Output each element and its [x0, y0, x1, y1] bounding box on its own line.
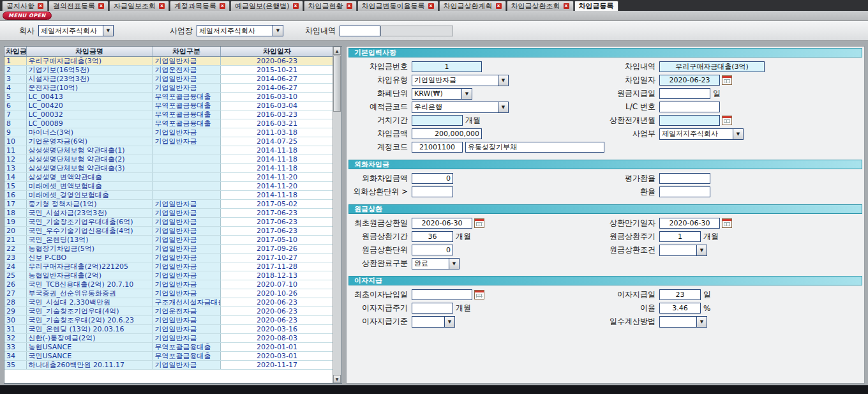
table-row[interactable]: 12 삼성생명단체보험 약관대출(2) 2014-11-18: [4, 155, 333, 164]
table-row[interactable]: 28 국민_시설대 2,330백만원 구조개선시설자금대출 2020-06-23: [4, 298, 333, 307]
table-row[interactable]: 22 농협장기차입금(5억) 기업일반자금 2017-09-26: [4, 245, 333, 254]
tab[interactable]: 결의전표등록 x: [49, 1, 108, 11]
table-row[interactable]: 20 국민_우수기술기업신용대출(4억) 기업일반자금 2017-06-23: [4, 227, 333, 236]
interest-basis-select[interactable]: ▼: [412, 316, 455, 328]
table-row[interactable]: 14 삼성생명_변액약관대출 2014-11-20: [4, 173, 333, 182]
repay-cycle-field[interactable]: [659, 231, 701, 242]
company-select[interactable]: 제일저지주식회사 ▼: [38, 25, 114, 36]
scroll-down-icon[interactable]: ▼: [333, 375, 341, 383]
tab[interactable]: 차입금상환조회 x: [507, 1, 574, 11]
division-select[interactable]: 제일저지주식회사▼: [659, 128, 744, 140]
fx-repay-unit-field[interactable]: [412, 186, 453, 197]
interest-pay-day-field[interactable]: [659, 289, 701, 300]
lc-number-field[interactable]: [659, 102, 720, 112]
interest-rate-field[interactable]: [659, 303, 701, 314]
maturity-date-field[interactable]: [659, 218, 720, 229]
tab[interactable]: 차입금상환계획 x: [439, 1, 506, 11]
calendar-icon[interactable]: [722, 218, 732, 228]
table-row[interactable]: 17 중기청 정책자금(1억) 기업일반자금 2017-05-02: [4, 200, 333, 209]
table-row[interactable]: 15 미래에셋_변액보험대출 2014-11-20: [4, 182, 333, 191]
chevron-down-icon[interactable]: ▼: [696, 245, 707, 255]
exchange-rate-field[interactable]: [659, 186, 710, 197]
table-row[interactable]: 30 국민_기술창조우대(2억) 20.6.23 기업일반자금 2020-06-…: [4, 316, 333, 325]
table-row[interactable]: 26 국민_TCB신용대출(2억) 20.7.10 기업일반자금 2020-07…: [4, 280, 333, 289]
loan-type-select[interactable]: 기업일반자금▼: [412, 75, 509, 86]
table-row[interactable]: 29 국민_기술창조기업우대(4억) 기업운전자금 2020-06-23: [4, 307, 333, 316]
tab-close-icon[interactable]: x: [347, 3, 352, 9]
table-row[interactable]: 32 신한(-)통장예금(2억) 기업일반자금 2020-08-03: [4, 334, 333, 343]
interest-cycle-field[interactable]: [412, 303, 453, 314]
loan-desc-field[interactable]: [659, 61, 765, 72]
repay-complete-select[interactable]: 완료▼: [412, 258, 460, 269]
table-row[interactable]: 3 시설자금(23억3천) 기업일반자금 2014-06-27: [4, 75, 333, 84]
principal-pay-day-field[interactable]: [659, 88, 710, 99]
table-row[interactable]: 13 삼성생명단체보험 약관대출(3) 2014-11-18: [4, 164, 333, 173]
tab-close-icon[interactable]: x: [564, 3, 569, 9]
chevron-down-icon[interactable]: ▼: [449, 259, 459, 269]
calendar-icon[interactable]: [722, 75, 732, 85]
table-row[interactable]: 35 하나대출260백만원 20.11.17 기업일반자금 2020-11-17: [4, 361, 333, 370]
table-row[interactable]: 7 LC_00032 무역포괄금융대출 2016-03-23: [4, 110, 333, 119]
chevron-down-icon[interactable]: ▼: [498, 75, 508, 86]
chevron-down-icon[interactable]: ▼: [498, 102, 508, 112]
table-row[interactable]: 19 국민_기술창조기업우대대출(6억) 기업일반자금 2017-06-23: [4, 218, 333, 227]
table-row[interactable]: 21 국민_온렌딩(13억) 기업일반자금 2017-05-10: [4, 236, 333, 245]
table-scrollbar[interactable]: ▲ ▼: [333, 47, 341, 383]
loan-amount-field[interactable]: [412, 128, 482, 139]
deposit-code-select[interactable]: 우리은행▼: [412, 102, 509, 113]
grace-period-field[interactable]: [412, 115, 463, 126]
table-row[interactable]: 25 농협일반자금대출(2억) 기업일반자금 2018-12-13: [4, 271, 333, 280]
tab[interactable]: 자금일보조회 x: [109, 1, 169, 11]
chevron-down-icon[interactable]: ▼: [696, 317, 707, 327]
table-row[interactable]: 34 국민USANCE 무역포괄금융대출 2020-03-01: [4, 352, 333, 361]
table-row[interactable]: 10 기업운영자금(6억) 기업일반자금 2014-07-25: [4, 137, 333, 146]
calendar-icon[interactable]: [474, 218, 484, 228]
currency-select[interactable]: KRW(₩)▼: [412, 88, 472, 100]
chevron-down-icon[interactable]: ▼: [273, 26, 283, 36]
table-row[interactable]: 2 기업기보(16억5천) 기업운전자금 2015-10-21: [4, 66, 333, 75]
tab-close-icon[interactable]: x: [496, 3, 502, 9]
table-row[interactable]: 18 국민_시설자금(23억3천) 기업일반자금 2017-06-23: [4, 209, 333, 218]
tab[interactable]: 차입금변동이율등록 x: [357, 1, 438, 11]
loan-no-field[interactable]: [412, 61, 482, 72]
table-row[interactable]: 1 우리구매자금대출(3억) 기업일반자금 2020-06-23: [4, 57, 333, 66]
chevron-down-icon[interactable]: ▼: [103, 26, 113, 36]
tab[interactable]: 예금일보(은행별) x: [230, 1, 303, 11]
tab[interactable]: 공지사항 x: [2, 1, 48, 11]
table-row[interactable]: 16 미래에셋_경영인보험대출 2014-11-18: [4, 191, 333, 200]
daycount-method-select[interactable]: ▼: [659, 316, 707, 328]
loan-desc-search-input[interactable]: [340, 26, 380, 36]
tab-close-icon[interactable]: x: [98, 3, 104, 9]
table-row[interactable]: 6 LC_00420 무역포괄금융대출 2016-03-04: [4, 102, 333, 110]
first-repay-date-field[interactable]: [412, 218, 472, 229]
tab[interactable]: 차입금등록: [574, 1, 618, 11]
tab-close-icon[interactable]: x: [220, 3, 225, 9]
repay-unit-field[interactable]: [412, 245, 453, 255]
chevron-down-icon[interactable]: ▼: [733, 129, 743, 139]
table-row[interactable]: 33 농협USANCE 무역포괄금융대출 2020-01-01: [4, 343, 333, 352]
repay-period-field[interactable]: [412, 231, 453, 242]
eval-rate-field[interactable]: [659, 173, 710, 184]
table-row[interactable]: 11 삼성생명단체보험 약관대출(1) 2014-11-18: [4, 146, 333, 155]
table-row[interactable]: 27 부국증권_선순위유동화증권 기업일반자금 2020-10-26: [4, 289, 333, 298]
calendar-icon[interactable]: [474, 290, 484, 299]
table-row[interactable]: 31 국민_온렌딩 (13억) 20.03.16 기업일반자금 2020-03-…: [4, 325, 333, 334]
tab[interactable]: 계정과목등록 x: [170, 1, 230, 11]
chevron-down-icon[interactable]: ▼: [461, 89, 472, 99]
repay-condition-select[interactable]: ▼: [659, 245, 707, 256]
table-row[interactable]: 24 우리구매자금대출(2억)221205 기업일반자금 2017-11-28: [4, 262, 333, 271]
menu-open-button[interactable]: MENU OPEN: [3, 11, 52, 20]
plant-select[interactable]: 제일저지주식회사 ▼: [197, 25, 283, 36]
tab-close-icon[interactable]: x: [38, 3, 43, 9]
fx-amount-field[interactable]: [412, 173, 453, 184]
table-row[interactable]: 8 LC_00089 무역포괄금융대출 2016-03-21: [4, 119, 333, 128]
tab-close-icon[interactable]: x: [428, 3, 434, 9]
scroll-up-icon[interactable]: ▲: [333, 47, 341, 55]
tab[interactable]: 차입금현황 x: [304, 1, 357, 11]
extension-ym-field[interactable]: [659, 115, 720, 126]
first-interest-date-field[interactable]: [412, 289, 472, 300]
scrollbar-thumb[interactable]: [333, 56, 341, 112]
tab-close-icon[interactable]: x: [293, 3, 299, 9]
loan-date-field[interactable]: [659, 75, 720, 86]
tab-close-icon[interactable]: x: [159, 3, 165, 9]
